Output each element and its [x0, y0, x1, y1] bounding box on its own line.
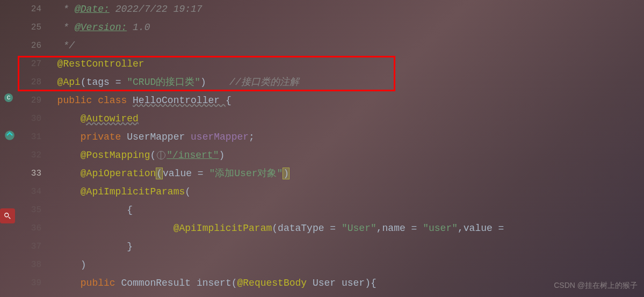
line-number: 34 — [21, 183, 41, 201]
line-number: 35 — [21, 201, 41, 219]
line-number: 28 — [21, 73, 41, 91]
code-content[interactable]: * @Date: 2022/7/22 19:17 * @Version: 1.0… — [46, 0, 644, 297]
svg-line-2 — [9, 217, 11, 219]
line-number: 36 — [21, 219, 41, 237]
code-line[interactable]: @Autowired — [46, 110, 644, 128]
csdn-watermark: CSDN @挂在树上的猴子 — [554, 281, 638, 291]
code-line[interactable]: @ApiImplicitParams( — [46, 183, 644, 201]
svg-point-1 — [5, 213, 9, 217]
code-line[interactable]: @RestController — [46, 55, 644, 73]
line-number: 32 — [21, 146, 41, 164]
search-icon[interactable] — [0, 208, 15, 223]
code-line[interactable]: public class HelloController { — [46, 91, 644, 110]
code-line[interactable]: @Api(tags = "CRUD的接口类") //接口类的注解 — [46, 73, 644, 91]
line-number: 24 — [21, 0, 41, 18]
line-number: 40 — [21, 292, 41, 297]
code-line[interactable]: @ApiOperation(value = "添加User对象") — [46, 164, 644, 183]
gutter-icons-column: C — [0, 0, 21, 297]
code-line[interactable]: */ — [46, 37, 644, 55]
line-number: 31 — [21, 128, 41, 146]
code-line[interactable]: @PostMapping("/insert") — [46, 146, 644, 164]
code-line[interactable]: ) — [46, 256, 644, 274]
code-editor[interactable]: C 24 25 26 27 28 29 30 31 32 33 34 35 36… — [0, 0, 644, 297]
line-numbers-gutter: 24 25 26 27 28 29 30 31 32 33 34 35 36 3… — [21, 0, 46, 297]
code-line[interactable]: } — [46, 237, 644, 256]
line-number: 38 — [21, 256, 41, 274]
line-number: 39 — [21, 274, 41, 292]
line-number: 33 — [21, 164, 41, 183]
line-number: 26 — [21, 37, 41, 55]
code-line[interactable]: { — [46, 201, 644, 219]
code-line[interactable]: * @Date: 2022/7/22 19:17 — [46, 0, 644, 18]
line-number: 27 — [21, 55, 41, 73]
line-number: 29 — [21, 91, 41, 110]
globe-icon — [157, 151, 165, 160]
line-number: 37 — [21, 237, 41, 256]
class-icon[interactable]: C — [4, 93, 15, 104]
spring-icon[interactable] — [4, 130, 15, 141]
code-line[interactable]: @ApiImplicitParam(dataType = "User",name… — [46, 219, 644, 237]
line-number: 30 — [21, 110, 41, 128]
code-line[interactable]: * @Version: 1.0 — [46, 18, 644, 37]
code-line[interactable]: private UserMapper userMapper; — [46, 128, 644, 146]
line-number: 25 — [21, 18, 41, 37]
